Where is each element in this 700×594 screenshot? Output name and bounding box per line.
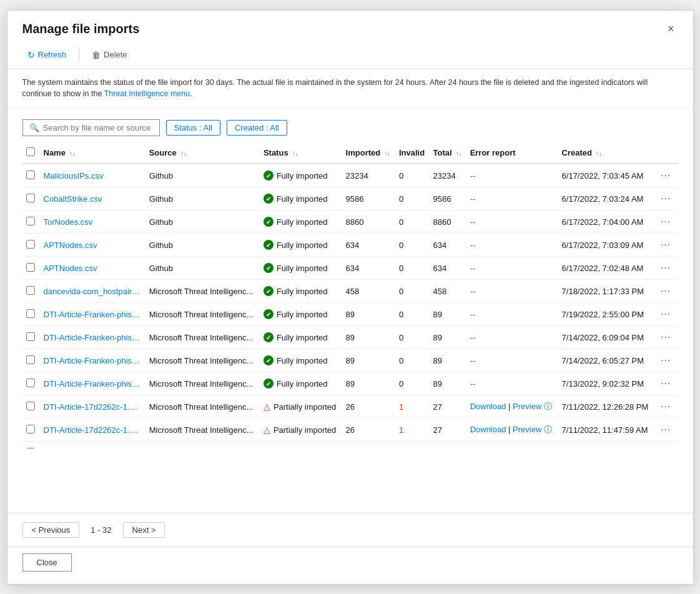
row-checkbox[interactable] (26, 286, 35, 295)
status-warn-icon: △ (264, 448, 270, 448)
row-name[interactable]: DTI-Article-Franken-phish.csv (40, 303, 145, 326)
row-checkbox-cell (22, 164, 40, 187)
row-more-button[interactable]: ··· (658, 354, 673, 367)
row-checkbox[interactable] (26, 355, 35, 364)
search-box[interactable]: 🔍 (22, 119, 160, 136)
row-total: 89 (429, 303, 466, 326)
status-label: Fully imported (277, 217, 328, 227)
table-row: DTI-Article-17d2262c-1.csvMicrosoft Thre… (22, 395, 678, 418)
table-header-row: Name ↑↓ Source ↑↓ Status ↑↓ Imported ↑↓ … (22, 142, 678, 164)
preview-link[interactable]: Preview ⓘ (513, 402, 552, 411)
dialog-close-button[interactable]: × (664, 22, 678, 36)
row-checkbox[interactable] (26, 332, 35, 341)
threat-intelligence-link[interactable]: Threat Intelligence menu (104, 89, 190, 98)
row-name[interactable]: DTI-Article-Franken-phish.csv (40, 372, 145, 395)
row-checkbox[interactable] (26, 425, 35, 433)
row-checkbox[interactable] (26, 217, 35, 225)
col-header-name[interactable]: Name ↑↓ (40, 142, 145, 164)
status-ok-icon: ✔ (264, 194, 274, 204)
row-more-button[interactable]: ··· (658, 307, 673, 321)
next-button[interactable]: Next > (123, 522, 165, 538)
row-error-report: Download | Preview ⓘ (466, 442, 558, 449)
row-error-report: -- (466, 280, 558, 303)
row-name[interactable]: DTI-Article-17d2262c-1.csv (40, 442, 145, 449)
download-link[interactable]: Download (470, 448, 506, 448)
row-more-button[interactable]: ··· (658, 400, 673, 413)
preview-link[interactable]: Preview ⓘ (513, 425, 552, 434)
row-invalid: 1 (395, 442, 430, 449)
row-checkbox[interactable] (26, 402, 35, 410)
table-scroll-wrapper[interactable]: Name ↑↓ Source ↑↓ Status ↑↓ Imported ↑↓ … (22, 142, 678, 448)
download-link[interactable]: Download (470, 425, 506, 434)
row-total: 27 (429, 418, 466, 442)
row-more-button[interactable]: ··· (658, 192, 673, 205)
row-more-button[interactable]: ··· (658, 238, 673, 252)
row-source: Github (145, 210, 260, 234)
row-name[interactable]: APTNodes.csv (40, 257, 145, 280)
row-created: 6/17/2022, 7:03:24 AM (558, 187, 655, 210)
col-header-source[interactable]: Source ↑↓ (145, 142, 260, 164)
refresh-icon: ↻ (27, 50, 35, 60)
row-name[interactable]: DTI-Article-17d2262c-1.csv (40, 418, 145, 442)
download-link[interactable]: Download (470, 402, 506, 411)
row-more-button[interactable]: ··· (658, 261, 673, 275)
delete-button[interactable]: 🗑 Delete (87, 47, 132, 62)
row-name[interactable]: APTNodes.csv (40, 234, 145, 257)
row-status: ✔Fully imported (260, 257, 342, 280)
row-checkbox-cell (22, 349, 40, 372)
row-more-button[interactable]: ··· (658, 215, 673, 229)
row-name[interactable]: CobaltStrike.csv (40, 187, 145, 210)
col-header-created[interactable]: Created ↑↓ (558, 142, 655, 164)
search-input[interactable] (43, 123, 153, 132)
row-total: 89 (429, 349, 466, 372)
close-dialog-button[interactable]: Close (22, 553, 72, 572)
row-imported: 23234 (342, 164, 395, 187)
col-header-total[interactable]: Total ↑↓ (429, 142, 466, 164)
row-imported: 89 (342, 303, 395, 326)
row-checkbox[interactable] (26, 379, 35, 387)
row-checkbox[interactable] (26, 240, 35, 249)
row-status: ✔Fully imported (260, 372, 342, 395)
row-name[interactable]: TorNodes.csv (40, 210, 145, 234)
row-more-button[interactable]: ··· (658, 330, 673, 344)
row-total: 27 (429, 395, 466, 418)
select-all-checkbox[interactable] (26, 147, 35, 156)
prev-button[interactable]: < Previous (22, 522, 80, 538)
row-source: Github (145, 234, 260, 257)
row-invalid: 0 (395, 372, 430, 395)
preview-link[interactable]: Preview ⓘ (513, 448, 552, 448)
row-status: ✔Fully imported (260, 187, 342, 210)
row-more-button[interactable]: ··· (658, 446, 673, 448)
refresh-button[interactable]: ↻ Refresh (22, 47, 72, 62)
row-total: 9586 (429, 187, 466, 210)
row-error-report: -- (466, 303, 558, 326)
col-header-status[interactable]: Status ↑↓ (260, 142, 342, 164)
row-error-report: -- (466, 234, 558, 257)
row-checkbox-cell (22, 187, 40, 210)
row-checkbox[interactable] (26, 171, 35, 179)
row-more-button[interactable]: ··· (658, 377, 673, 390)
row-source: Microsoft Threat Intelligenc... (145, 326, 260, 349)
col-header-imported[interactable]: Imported ↑↓ (342, 142, 395, 164)
row-source: Microsoft Threat Intelligenc... (145, 303, 260, 326)
delete-icon: 🗑 (92, 50, 101, 60)
row-created: 6/17/2022, 7:03:45 AM (558, 164, 655, 187)
row-name[interactable]: DTI-Article-Franken-phish.csv (40, 326, 145, 349)
row-imported: 26 (342, 395, 395, 418)
status-filter-badge[interactable]: Status : All (166, 120, 220, 136)
table-row: DTI-Article-Franken-phish.csvMicrosoft T… (22, 349, 678, 372)
row-name[interactable]: DTI-Article-17d2262c-1.csv (40, 395, 145, 418)
row-name[interactable]: dancevida-com_hostpair_sen... (40, 280, 145, 303)
row-more-button[interactable]: ··· (658, 284, 673, 298)
row-more-button[interactable]: ··· (658, 169, 673, 182)
created-filter-badge[interactable]: Created : All (227, 120, 287, 136)
row-checkbox[interactable] (26, 263, 35, 272)
row-checkbox[interactable] (26, 194, 35, 202)
row-name[interactable]: DTI-Article-Franken-phish.csv (40, 349, 145, 372)
row-checkbox[interactable] (26, 448, 35, 449)
row-name[interactable]: MaliciousIPs.csv (40, 164, 145, 187)
row-status: ✔Fully imported (260, 234, 342, 257)
row-checkbox[interactable] (26, 309, 35, 318)
row-more-button[interactable]: ··· (658, 423, 673, 437)
row-total: 27 (429, 442, 466, 449)
